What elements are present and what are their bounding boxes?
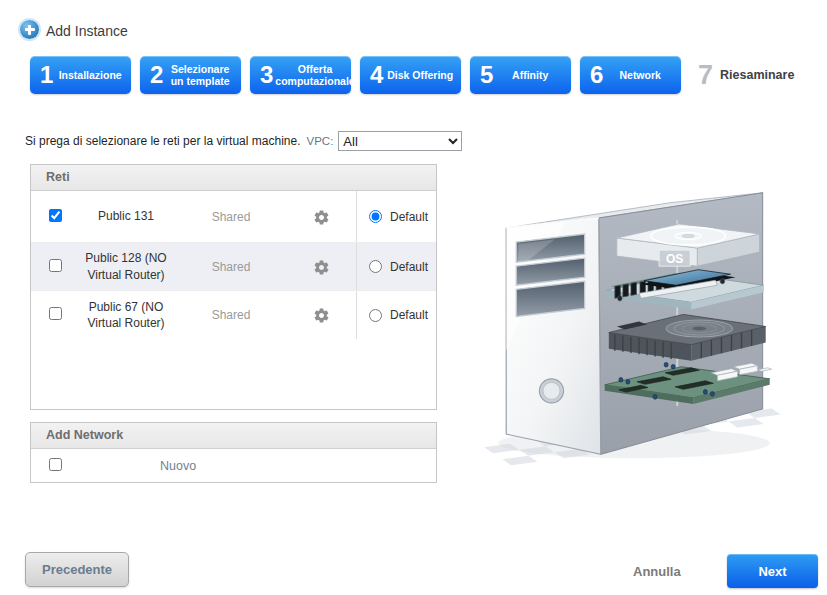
network-checkbox[interactable] bbox=[49, 209, 62, 222]
step-number: 7 bbox=[698, 62, 713, 89]
select-networks-prompt: Si prega di selezionare le reti per la v… bbox=[25, 134, 300, 148]
step-number: 2 bbox=[150, 63, 163, 87]
default-network-radio[interactable] bbox=[369, 210, 382, 223]
new-network-checkbox[interactable] bbox=[49, 458, 62, 471]
networks-table-header: Reti bbox=[31, 165, 436, 191]
network-config-gear-icon[interactable] bbox=[313, 209, 330, 226]
network-select-row: Si prega di selezionare le reti per la v… bbox=[25, 131, 462, 151]
network-config-gear-icon[interactable] bbox=[313, 307, 330, 324]
page-title: Add Instance bbox=[46, 23, 128, 39]
os-label: OS bbox=[666, 252, 683, 266]
step-2-selezionare-template[interactable]: 2 Selezionare un template bbox=[140, 56, 241, 94]
step-number: 6 bbox=[590, 63, 603, 87]
previous-button[interactable]: Precedente bbox=[25, 552, 129, 587]
cancel-link[interactable]: Annulla bbox=[633, 564, 681, 579]
network-checkbox[interactable] bbox=[49, 259, 62, 272]
step-6-network[interactable]: 6 Network bbox=[580, 56, 681, 94]
networks-table: Reti Public 131 Shared Default Public 12… bbox=[30, 164, 437, 410]
default-network-radio[interactable] bbox=[369, 309, 382, 322]
network-type: Shared bbox=[176, 210, 286, 224]
step-label: Selezionare un template bbox=[165, 63, 235, 87]
step-3-offerta-computazionale[interactable]: 3 Offerta computazionale bbox=[250, 56, 351, 94]
network-name: Public 67 (NO Virtual Router) bbox=[76, 299, 176, 331]
step-7-riesaminare: 7 Riesaminare bbox=[698, 62, 794, 89]
network-name: Public 128 (NO Virtual Router) bbox=[76, 250, 176, 282]
add-network-row: Nuovo bbox=[31, 449, 436, 483]
step-label: Disk Offering bbox=[385, 69, 455, 81]
add-instance-wizard: Add Instance 1 Installazione 2 Seleziona… bbox=[0, 0, 827, 595]
step-number: 3 bbox=[260, 63, 273, 87]
default-label: Default bbox=[390, 260, 428, 274]
default-label: Default bbox=[390, 308, 428, 322]
tower-front bbox=[506, 218, 601, 454]
computer-tower-illustration: OS bbox=[468, 158, 820, 493]
network-type: Shared bbox=[176, 260, 286, 274]
step-number: 5 bbox=[480, 63, 493, 87]
next-button[interactable]: Next bbox=[727, 554, 818, 588]
step-1-installazione[interactable]: 1 Installazione bbox=[30, 56, 131, 94]
add-network-table: Add Network Nuovo bbox=[30, 422, 437, 483]
step-label: Offerta computazionale bbox=[275, 63, 354, 87]
step-5-affinity[interactable]: 5 Affinity bbox=[470, 56, 571, 94]
step-label: Riesaminare bbox=[720, 68, 794, 82]
add-instance-plus-icon bbox=[20, 20, 39, 39]
wizard-steps: 1 Installazione 2 Selezionare un templat… bbox=[30, 56, 794, 94]
add-network-header: Add Network bbox=[31, 423, 436, 449]
step-label: Installazione bbox=[55, 69, 125, 81]
network-type: Shared bbox=[176, 308, 286, 322]
vpc-select[interactable]: All bbox=[338, 131, 462, 151]
network-name: Public 131 bbox=[76, 208, 176, 224]
network-config-gear-icon[interactable] bbox=[313, 259, 330, 276]
table-row: Public 131 Shared Default bbox=[31, 191, 436, 243]
step-label: Network bbox=[605, 69, 675, 81]
default-label: Default bbox=[390, 210, 428, 224]
table-row: Public 67 (NO Virtual Router) Shared Def… bbox=[31, 291, 436, 339]
step-number: 1 bbox=[40, 63, 53, 87]
step-4-disk-offering[interactable]: 4 Disk Offering bbox=[360, 56, 461, 94]
step-number: 4 bbox=[370, 63, 383, 87]
vpc-label: VPC: bbox=[306, 135, 333, 147]
default-network-radio[interactable] bbox=[369, 260, 382, 273]
network-checkbox[interactable] bbox=[49, 307, 62, 320]
step-label: Affinity bbox=[495, 69, 565, 81]
table-row: Public 128 (NO Virtual Router) Shared De… bbox=[31, 243, 436, 291]
new-network-label: Nuovo bbox=[160, 459, 196, 473]
